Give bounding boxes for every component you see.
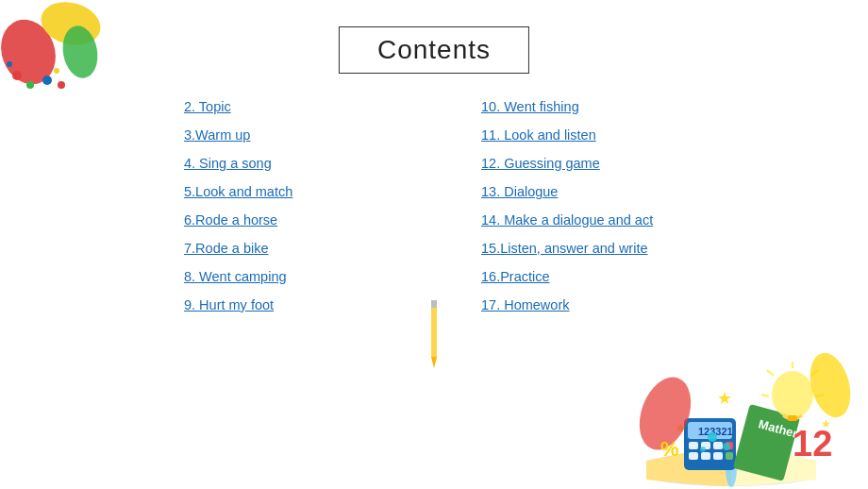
svg-line-31 bbox=[761, 395, 769, 396]
toc-left-column: 2. Topic3.Warm up4. Sing a song5.Look an… bbox=[184, 99, 292, 326]
svg-rect-43 bbox=[431, 300, 437, 308]
svg-text:★: ★ bbox=[717, 389, 732, 408]
svg-point-37 bbox=[708, 432, 717, 442]
toc-left-item-4[interactable]: 5.Look and match bbox=[184, 184, 292, 199]
svg-rect-16 bbox=[713, 442, 723, 449]
svg-point-39 bbox=[700, 447, 706, 452]
svg-text:%: % bbox=[660, 437, 679, 461]
svg-rect-41 bbox=[431, 300, 437, 357]
toc-left-item-5[interactable]: 6.Rode a horse bbox=[184, 212, 292, 228]
toc-right-item-2[interactable]: 11. Look and listen bbox=[481, 127, 653, 143]
toc-left-item-1[interactable]: 2. Topic bbox=[184, 99, 292, 114]
svg-line-30 bbox=[767, 370, 774, 376]
page-title: Contents bbox=[339, 26, 529, 74]
svg-rect-20 bbox=[713, 452, 723, 460]
svg-point-8 bbox=[58, 81, 65, 89]
svg-point-5 bbox=[42, 76, 52, 85]
svg-rect-26 bbox=[788, 415, 797, 421]
toc-left-item-2[interactable]: 3.Warm up bbox=[184, 127, 292, 143]
svg-point-3 bbox=[12, 71, 22, 80]
toc-right-item-3[interactable]: 12. Guessing game bbox=[481, 156, 653, 171]
svg-point-4 bbox=[26, 81, 34, 89]
svg-marker-42 bbox=[431, 357, 437, 368]
decorative-splash-topleft bbox=[0, 0, 123, 94]
decorative-illustration: 123321 Mathema 12 ★ ★ ★ % bbox=[590, 291, 854, 489]
toc-right-item-1[interactable]: 10. Went fishing bbox=[481, 99, 653, 114]
toc-right-item-7[interactable]: 16.Practice bbox=[481, 269, 653, 284]
svg-rect-19 bbox=[701, 452, 710, 460]
toc-left-item-3[interactable]: 4. Sing a song bbox=[184, 156, 292, 171]
svg-rect-14 bbox=[689, 442, 698, 449]
toc-right-item-5[interactable]: 14. Make a dialogue and act bbox=[481, 212, 653, 228]
toc-left-item-7[interactable]: 8. Went camping bbox=[184, 269, 292, 284]
svg-text:★: ★ bbox=[821, 417, 831, 430]
svg-point-7 bbox=[7, 61, 12, 67]
svg-rect-21 bbox=[726, 452, 733, 460]
svg-point-25 bbox=[772, 371, 813, 418]
toc-right-item-6[interactable]: 15.Listen, answer and write bbox=[481, 241, 653, 256]
svg-point-6 bbox=[54, 68, 59, 74]
svg-point-38 bbox=[723, 443, 730, 450]
toc-left-item-8[interactable]: 9. Hurt my foot bbox=[184, 297, 292, 312]
toc-left-item-6[interactable]: 7.Rode a bike bbox=[184, 241, 292, 256]
svg-point-36 bbox=[804, 348, 854, 422]
pencil-icon bbox=[425, 300, 443, 376]
toc-right-item-4[interactable]: 13. Dialogue bbox=[481, 184, 653, 199]
svg-rect-18 bbox=[689, 452, 698, 460]
